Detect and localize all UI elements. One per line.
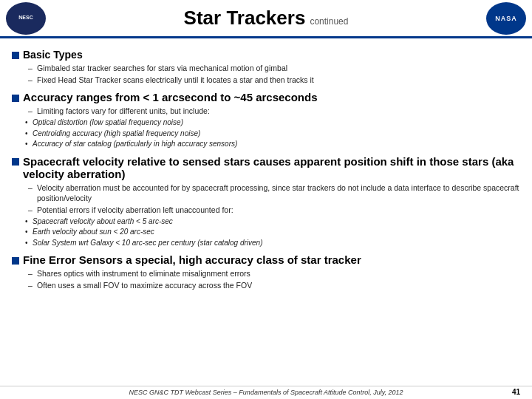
section-heading-text: Basic Types xyxy=(23,49,83,61)
header-title-area: Star Trackers continued xyxy=(184,7,349,30)
fine-error-list: Shares optics with instrument to elimina… xyxy=(28,268,520,290)
bullet-icon xyxy=(12,158,19,166)
section-accuracy-heading: Accuracy ranges from < 1 arcsecond to ~4… xyxy=(12,91,520,103)
bullet-icon xyxy=(12,95,19,102)
main-content: Basic Types Gimbaled star tracker search… xyxy=(0,38,532,295)
nasa-logo: NASA xyxy=(486,2,526,35)
footer-text: NESC GN&C TDT Webcast Series – Fundament… xyxy=(129,389,403,396)
list-item: Earth velocity about sun < 20 arc-sec xyxy=(25,227,520,237)
section-heading-text: Accuracy ranges from < 1 arcsecond to ~4… xyxy=(23,91,318,103)
footer: NESC GN&C TDT Webcast Series – Fundament… xyxy=(0,386,532,396)
left-logo: NESC xyxy=(6,2,46,35)
accuracy-list: Limiting factors vary for different unit… xyxy=(28,106,520,117)
list-item: Accuracy of star catalog (particularly i… xyxy=(25,139,520,149)
accuracy-sub-list: Optical distortion (low spatial frequenc… xyxy=(25,117,520,149)
list-item: Potential errors if velocity aberration … xyxy=(28,205,520,216)
list-item: Centroiding accuracy (high spatial frequ… xyxy=(25,129,520,139)
list-item: Velocity aberration must be accounted fo… xyxy=(28,183,520,204)
list-item: Spacecraft velocity about earth < 5 arc-… xyxy=(25,216,520,227)
bullet-icon xyxy=(12,52,19,59)
section-basic-types-heading: Basic Types xyxy=(12,49,520,61)
page-subtitle: continued xyxy=(310,16,348,27)
list-item: Gimbaled star tracker searches for stars… xyxy=(28,63,520,74)
section-spacecraft-heading: Spacecraft velocity relative to sensed s… xyxy=(12,155,520,180)
header: NESC Star Trackers continued NASA xyxy=(0,0,532,38)
spacecraft-sub-list: Spacecraft velocity about earth < 5 arc-… xyxy=(25,216,520,248)
list-item: Shares optics with instrument to elimina… xyxy=(28,268,520,279)
list-item: Fixed Head Star Tracker scans electrical… xyxy=(28,75,520,86)
spacecraft-list: Velocity aberration must be accounted fo… xyxy=(28,183,520,216)
page-number: 41 xyxy=(512,388,520,396)
list-item: Often uses a small FOV to maximize accur… xyxy=(28,280,520,291)
list-item: Optical distortion (low spatial frequenc… xyxy=(25,117,520,128)
basic-types-list: Gimbaled star tracker searches for stars… xyxy=(28,63,520,85)
list-item: Limiting factors vary for different unit… xyxy=(28,106,520,117)
page-title: Star Trackers xyxy=(184,7,306,30)
list-item: Solar System wrt Galaxy < 10 arc-sec per… xyxy=(25,238,520,248)
bullet-icon xyxy=(12,257,19,265)
section-fine-error-heading: Fine Error Sensors a special, high accur… xyxy=(12,253,520,266)
section-heading-text: Spacecraft velocity relative to sensed s… xyxy=(23,155,520,180)
section-heading-text: Fine Error Sensors a special, high accur… xyxy=(23,253,361,266)
